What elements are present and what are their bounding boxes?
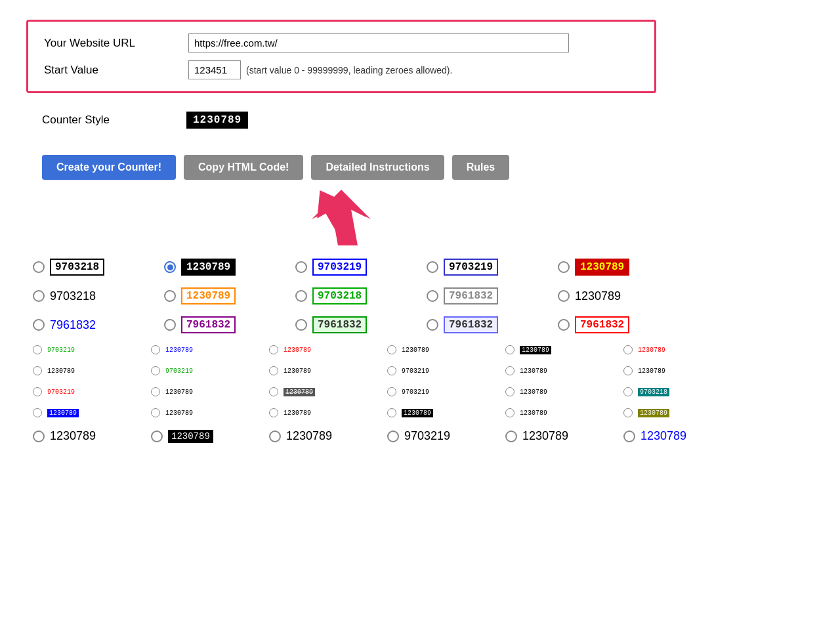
radio-2-4[interactable] <box>427 290 438 302</box>
counter-style-row: Counter Style 1230789 <box>26 105 656 135</box>
counter-cell: 1230789 <box>505 429 623 443</box>
counter-style-label: Counter Style <box>42 114 186 127</box>
radio-4-5[interactable] <box>505 345 514 354</box>
radio-7-3[interactable] <box>269 408 278 417</box>
counter-cell: 1230789 <box>387 345 505 354</box>
radio-5-2[interactable] <box>151 366 160 375</box>
counter-display: 9703219 <box>47 388 75 396</box>
radio-1-5[interactable] <box>558 261 570 273</box>
radio-4-4[interactable] <box>387 345 396 354</box>
start-hint: (start value 0 - 99999999, leading zeroe… <box>246 65 452 75</box>
counter-display: 1230789 <box>402 409 433 417</box>
create-counter-button[interactable]: Create your Counter! <box>42 155 176 180</box>
radio-3-1[interactable] <box>33 319 45 331</box>
counter-cell: 1230789 <box>151 430 269 443</box>
counter-display: 7961832 <box>444 316 498 333</box>
radio-6-3[interactable] <box>269 387 278 396</box>
radio-2-3[interactable] <box>295 290 307 302</box>
radio-2-1[interactable] <box>33 290 45 302</box>
radio-5-1[interactable] <box>33 366 42 375</box>
radio-7-6[interactable] <box>623 408 633 417</box>
counter-cell: 9703219 <box>387 429 505 443</box>
counter-cell: 7961832 <box>558 316 689 333</box>
radio-8-3[interactable] <box>269 430 281 442</box>
counter-display: 9703219 <box>404 429 450 443</box>
copy-html-button[interactable]: Copy HTML Code! <box>184 155 303 180</box>
radio-1-3[interactable] <box>295 261 307 273</box>
form-section: Your Website URL Start Value (start valu… <box>26 20 656 93</box>
counter-display: 9703218 <box>638 388 669 396</box>
counter-cell: 1230789 <box>505 387 623 396</box>
radio-3-4[interactable] <box>427 319 438 331</box>
counter-display: 7961832 <box>575 316 629 333</box>
radio-8-5[interactable] <box>505 430 517 442</box>
counter-cell: 9703219 <box>387 366 505 375</box>
radio-6-4[interactable] <box>387 387 396 396</box>
counter-row-7: 1230789 1230789 1230789 1230789 1230789 … <box>33 408 742 417</box>
rules-button[interactable]: Rules <box>452 155 510 180</box>
radio-1-1[interactable] <box>33 261 45 273</box>
radio-2-2[interactable] <box>164 290 176 302</box>
counter-display: 1230789 <box>520 410 547 417</box>
radio-6-2[interactable] <box>151 387 160 396</box>
radio-7-2[interactable] <box>151 408 160 417</box>
counter-display: 1230789 <box>575 259 629 276</box>
radio-4-1[interactable] <box>33 345 42 354</box>
counter-cell: 1230789 <box>269 345 387 354</box>
radio-7-5[interactable] <box>505 408 514 417</box>
counter-display: 9703218 <box>312 287 367 304</box>
radio-2-5[interactable] <box>558 290 570 302</box>
radio-5-3[interactable] <box>269 366 278 375</box>
counter-cell: 1230789 <box>164 287 295 304</box>
counter-cell: 1230789 <box>33 429 151 443</box>
counter-display: 1230789 <box>165 410 193 417</box>
radio-5-6[interactable] <box>623 366 633 375</box>
radio-3-2[interactable] <box>164 319 176 331</box>
radio-1-2[interactable] <box>164 261 176 273</box>
counter-cell: 9703219 <box>387 387 505 396</box>
radio-7-4[interactable] <box>387 408 396 417</box>
counter-display: 9703219 <box>402 368 429 375</box>
radio-3-5[interactable] <box>558 319 570 331</box>
url-label: Your Website URL <box>44 37 188 50</box>
radio-1-4[interactable] <box>427 261 438 273</box>
counter-display: 1230789 <box>640 429 686 443</box>
counter-cell: 1230789 <box>505 366 623 375</box>
counter-cell: 9703219 <box>427 259 558 276</box>
radio-6-1[interactable] <box>33 387 42 396</box>
counter-cell: 9703218 <box>623 387 742 396</box>
radio-8-2[interactable] <box>151 430 163 442</box>
counter-display: 1230789 <box>284 410 311 417</box>
counter-display: 1230789 <box>520 368 547 375</box>
counter-display: 1230789 <box>638 346 665 354</box>
radio-8-6[interactable] <box>623 430 635 442</box>
radio-3-3[interactable] <box>295 319 307 331</box>
counter-display: 1230789 <box>286 429 332 443</box>
counter-display: 1230789 <box>47 409 79 417</box>
radio-5-4[interactable] <box>387 366 396 375</box>
counter-display: 1230789 <box>168 430 213 443</box>
radio-8-1[interactable] <box>33 430 45 442</box>
radio-4-6[interactable] <box>623 345 633 354</box>
radio-4-3[interactable] <box>269 345 278 354</box>
radio-5-5[interactable] <box>505 366 514 375</box>
counter-cell: 1230789 <box>269 387 387 396</box>
url-row: Your Website URL <box>44 33 639 52</box>
counter-cell: 7961832 <box>427 287 558 304</box>
counter-display: 9703218 <box>50 259 104 276</box>
counter-cell: 1230789 <box>558 259 689 276</box>
radio-6-6[interactable] <box>623 387 633 396</box>
counter-cell: 1230789 <box>269 366 387 375</box>
radio-7-1[interactable] <box>33 408 42 417</box>
counter-display: 1230789 <box>165 388 193 396</box>
counter-cell: 9703219 <box>33 387 151 396</box>
radio-6-5[interactable] <box>505 387 514 396</box>
detailed-instructions-button[interactable]: Detailed Instructions <box>311 155 444 180</box>
start-input[interactable] <box>188 60 241 79</box>
radio-4-2[interactable] <box>151 345 160 354</box>
counter-row-5: 1230789 9703219 1230789 9703219 1230789 … <box>33 366 742 375</box>
counter-display: 1230789 <box>284 388 315 396</box>
radio-8-4[interactable] <box>387 430 399 442</box>
counter-display: 7961832 <box>50 318 96 332</box>
url-input[interactable] <box>188 33 569 52</box>
